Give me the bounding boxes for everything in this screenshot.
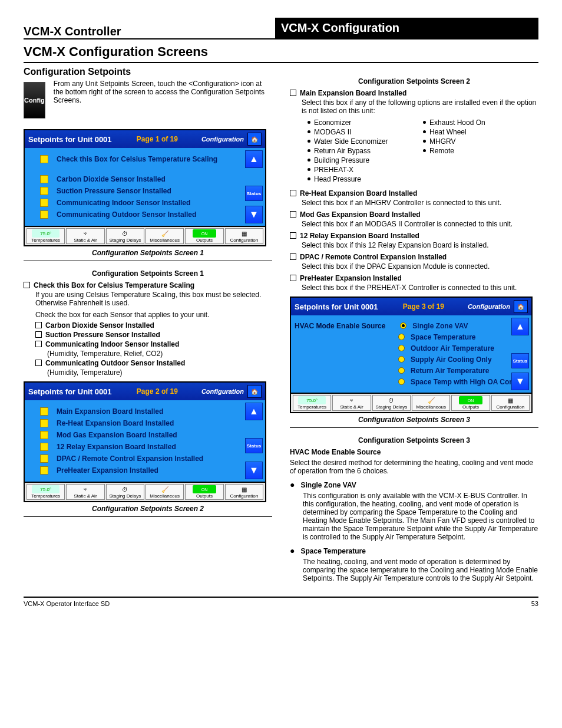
status-button[interactable]: Status — [245, 438, 263, 453]
checkbox-indoor[interactable] — [40, 199, 48, 207]
header-right: VCM-X Configuration — [275, 18, 538, 38]
checkbox-celsius[interactable] — [40, 155, 48, 163]
chk-label: Carbon Dioxide Sensor Installed — [57, 175, 166, 183]
setpoints-panel-3: Setpoints for Unit 0001 Page 3 of 19 Con… — [290, 297, 533, 413]
opt: Exhaust Hood On — [423, 118, 538, 127]
setpoints-panel-1: Setpoints for Unit 0001 Page 1 of 19 Con… — [24, 129, 266, 246]
scroll-down-button[interactable]: ▼ — [245, 462, 263, 479]
scroll-down-button[interactable]: ▼ — [245, 206, 263, 223]
scroll-down-button[interactable]: ▼ — [511, 373, 529, 390]
nav-miscellaneous[interactable]: 🧹Miscellaneous — [146, 484, 184, 500]
radio-supply-air-cooling[interactable] — [398, 356, 405, 363]
checkbox-12relay-exp[interactable] — [40, 443, 48, 451]
setpoints-panel-2: Setpoints for Unit 0001 Page 2 of 19 Con… — [24, 381, 266, 502]
chk-label: PreHeater Expansion Installed — [57, 466, 158, 475]
hvac-mode-row: HVAC Mode Enable Source Single Zone VAV — [295, 322, 527, 330]
checkbox-main-exp[interactable] — [40, 407, 48, 416]
panel3-title: Setpoints for Unit 0001 — [295, 302, 403, 311]
home-icon[interactable]: 🏠 — [247, 133, 262, 146]
caption-1: Configuration Setpoints Screen 1 — [24, 249, 272, 261]
opt: Return Air Bypass — [308, 147, 423, 155]
nav-configuration[interactable]: ▦Configuration — [225, 228, 263, 244]
chk-label: Suction Pressure Sensor Installed — [57, 187, 171, 195]
status-button[interactable]: Status — [511, 353, 529, 368]
cfg1-heading: Configuration Setpoints Screen 1 — [24, 269, 272, 278]
sensor-item: Carbon Dioxide Sensor Installed — [35, 321, 272, 330]
nav-outputs[interactable]: ONOutputs — [451, 395, 490, 411]
footer-right: 53 — [531, 600, 538, 607]
preheat-item: PreHeater Expansion Installed — [290, 274, 538, 282]
home-icon[interactable]: 🏠 — [514, 300, 528, 313]
chk-label: Communicating Indoor Sensor Installed — [57, 199, 190, 207]
chk-label: Re-Heat Expansion Board Installed — [57, 419, 174, 427]
nav-static-air[interactable]: ༄Static & Air — [66, 484, 104, 500]
chk-label: Check this Box for Celsius Temperature S… — [57, 155, 217, 163]
nav-outputs[interactable]: ONOutputs — [185, 484, 223, 500]
nav-configuration[interactable]: ▦Configuration — [491, 395, 530, 411]
opt: Economizer — [308, 118, 423, 127]
nav-miscellaneous[interactable]: 🧹Miscellaneous — [412, 395, 450, 411]
relay-desc: Select this box if this 12 Relay Expansi… — [302, 241, 538, 249]
panel2-title: Setpoints for Unit 0001 — [28, 387, 137, 396]
checkbox-modgas-exp[interactable] — [40, 431, 48, 439]
radio-outdoor-air-temp[interactable] — [398, 345, 405, 351]
intro-text: From any Unit Setpoints Screen, touch th… — [54, 80, 272, 104]
modgas-item: Mod Gas Expansion Board Installed — [290, 210, 538, 219]
panel3-page: Page 3 of 19 — [403, 302, 444, 311]
sensor-subnote: (Humidity, Temperature, Relief, CO2) — [47, 350, 272, 358]
checkbox-suction[interactable] — [40, 187, 48, 195]
nav-miscellaneous[interactable]: 🧹Miscellaneous — [146, 228, 184, 244]
checkbox-preheat-exp[interactable] — [40, 466, 48, 475]
nav-staging-delays[interactable]: ⏱Staging Delays — [106, 228, 144, 244]
hvac-mode-desc: Select the desired method for determinin… — [290, 459, 538, 475]
preheat-desc: Select this box if the PREHEAT-X Control… — [302, 284, 538, 292]
celsius-desc2: Check the box for each Sensor that appli… — [35, 311, 272, 319]
nav-outputs[interactable]: ONOutputs — [185, 228, 223, 244]
chk-label: Mod Gas Expansion Board Installed — [57, 431, 177, 439]
checkbox-reheat-exp[interactable] — [40, 419, 48, 427]
nav-staging-delays[interactable]: ⏱Staging Delays — [106, 484, 144, 500]
header-left: VCM-X Controller — [24, 25, 275, 38]
nav-static-air[interactable]: ༄Static & Air — [66, 228, 104, 244]
panel-footer-nav: 75.0°Temperatures ༄Static & Air ⏱Staging… — [25, 482, 265, 501]
chk-label: Communicating Outdoor Sensor Installed — [57, 210, 196, 219]
dpac-desc: Select this box if the DPAC Expansion Mo… — [302, 262, 538, 271]
main-exp-item: Main Expansion Board Installed — [290, 89, 538, 97]
config-tile-button[interactable]: Config — [24, 82, 45, 118]
opt: PREHEAT-X — [308, 166, 423, 174]
panel3-cfg-label: Configuration — [468, 303, 510, 310]
scroll-up-button[interactable]: ▲ — [245, 150, 263, 168]
opt: MODGAS II — [308, 128, 423, 136]
opt: Remote — [423, 147, 538, 155]
modgas-desc: Select this box if an MODGAS II Controll… — [302, 220, 538, 228]
status-button[interactable]: Status — [245, 186, 263, 201]
nav-configuration[interactable]: ▦Configuration — [225, 484, 263, 500]
dpac-item: DPAC / Remote Control Expansion Installe… — [290, 253, 538, 261]
cfg3-heading: Configuration Setpoints Screen 3 — [290, 436, 538, 444]
relay-item: 12 Relay Expansion Board Installed — [290, 232, 538, 240]
section-title: VCM-X Configuration Screens — [24, 44, 538, 63]
scroll-up-button[interactable]: ▲ — [245, 403, 263, 420]
nav-temperatures[interactable]: 75.0°Temperatures — [293, 395, 331, 411]
panel2-cfg-label: Configuration — [201, 388, 244, 395]
panel1-cfg-label: Configuration — [201, 136, 244, 143]
nav-temperatures[interactable]: 75.0°Temperatures — [27, 228, 65, 244]
panel1-title: Setpoints for Unit 0001 — [28, 135, 137, 144]
radio-space-temp[interactable] — [398, 334, 405, 340]
nav-static-air[interactable]: ༄Static & Air — [332, 395, 371, 411]
scroll-up-button[interactable]: ▲ — [511, 318, 529, 335]
sensor-item: Suction Pressure Sensor Installed — [35, 331, 272, 339]
home-icon[interactable]: 🏠 — [247, 385, 262, 398]
nav-staging-delays[interactable]: ⏱Staging Delays — [372, 395, 411, 411]
radio-space-temp-high-oa[interactable] — [398, 378, 405, 385]
checkbox-co2[interactable] — [40, 175, 48, 183]
nav-temperatures[interactable]: 75.0°Temperatures — [27, 484, 65, 500]
szvav-desc: This configuration is only available wit… — [303, 492, 538, 541]
radio-return-air-temp[interactable] — [398, 367, 405, 374]
opt: Water Side Economizer — [308, 137, 423, 146]
checkbox-dpac-exp[interactable] — [40, 454, 48, 463]
checkbox-outdoor[interactable] — [40, 210, 48, 219]
chk-label: 12 Relay Expansion Board Installed — [57, 443, 176, 451]
radio-single-zone-vav[interactable] — [400, 322, 406, 329]
celsius-desc: If you are using Celsius Temperature Sca… — [35, 291, 272, 307]
